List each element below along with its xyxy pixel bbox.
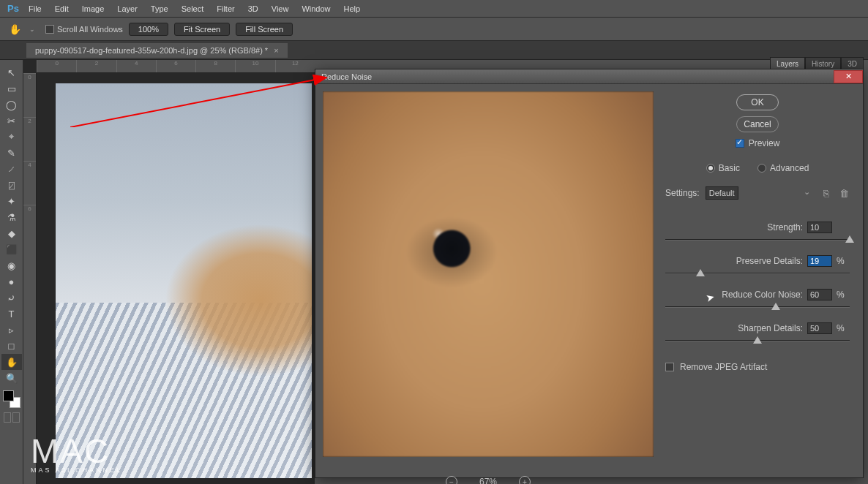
app-logo: Ps [4,3,22,15]
preview-zoom-bar: 67% [323,473,654,484]
marquee-tool[interactable]: ▭ [1,80,22,97]
sharpen-details-slider[interactable] [665,336,850,346]
watermark-small: MAS AJI CHANNEL [31,466,122,474]
crop-tool[interactable]: ⌖ [1,129,22,145]
radio-on-icon [706,164,715,173]
radio-off-icon [757,164,766,173]
cancel-button[interactable]: Cancel [736,116,779,132]
move-tool[interactable]: ↖ [1,64,22,80]
preserve-details-label: Preserve Details: [736,256,803,266]
brush-tool[interactable]: ⍁ [1,177,22,193]
basic-radio[interactable]: Basic [706,163,740,173]
dialog-controls: OK Cancel Preview Basic Advanced Setting… [662,91,856,470]
zoom-level: 67% [479,477,497,484]
zoom-100-button[interactable]: 100% [129,23,168,36]
preview-checkbox[interactable]: Preview [736,138,780,148]
menu-3d[interactable]: 3D [242,2,265,15]
blur-tool[interactable]: ◉ [1,257,22,273]
advanced-radio[interactable]: Advanced [757,163,809,173]
zoom-tool[interactable]: 🔍 [1,370,22,386]
reduce-color-noise-row: Reduce Color Noise: % [665,289,850,312]
color-swatch[interactable] [3,390,20,408]
zoom-in-icon[interactable] [519,476,531,484]
reduce-color-noise-input[interactable] [807,289,832,300]
preview-label: Preview [749,138,780,148]
gradient-tool[interactable]: ⬛ [1,241,22,257]
document-tab-title: puppy-090517-dog-featured-355w-200h-d.jp… [35,46,268,55]
mode-radios: Basic Advanced [665,163,850,173]
eraser-tool[interactable]: ◆ [1,225,22,241]
history-brush-tool[interactable]: ⚗ [1,209,22,225]
remove-jpeg-label: Remove JPEG Artifact [680,362,767,372]
preserve-details-input[interactable] [807,255,832,267]
menu-file[interactable]: File [22,2,48,15]
ok-button[interactable]: OK [736,94,779,110]
menu-window[interactable]: Window [295,2,337,15]
eyedropper-tool[interactable]: ✎ [1,145,22,161]
menu-help[interactable]: Help [337,2,367,15]
path-select-tool[interactable]: ▹ [1,322,22,338]
sharpen-details-label: Sharpen Details: [738,323,803,333]
remove-jpeg-artifact-checkbox[interactable]: Remove JPEG Artifact [665,362,850,372]
watermark: MAC MAS AJI CHANNEL [31,438,122,474]
hand-tool-icon[interactable]: ✋ [7,23,22,36]
document-image[interactable] [56,83,312,478]
zoom-out-icon[interactable] [446,476,457,484]
foreground-color-swatch[interactable] [3,390,14,401]
dodge-tool[interactable]: ● [1,273,22,290]
settings-label: Settings: [665,188,700,198]
preserve-details-unit: % [837,256,847,266]
menu-filter[interactable]: Filter [210,2,241,15]
sharpen-details-row: Sharpen Details: % [665,322,850,346]
reduce-color-noise-unit: % [837,290,847,300]
menu-image[interactable]: Image [75,2,111,15]
stamp-tool[interactable]: ✦ [1,193,22,209]
screen-mode[interactable] [4,412,20,423]
dialog-title: Reduce Noise [321,72,372,81]
checkbox-icon [45,25,54,34]
sharpen-details-input[interactable] [807,322,832,334]
menu-view[interactable]: View [265,2,296,15]
quick-select-tool[interactable]: ✂ [1,113,22,129]
dialog-close-button[interactable]: ✕ [834,70,863,83]
shape-tool[interactable]: □ [1,338,22,354]
menu-select[interactable]: Select [175,2,211,15]
reduce-color-noise-slider[interactable] [665,302,850,312]
strength-slider[interactable] [665,235,850,245]
preserve-details-slider[interactable] [665,268,850,279]
dialog-titlebar[interactable]: Reduce Noise ✕ [315,69,863,84]
image-content [56,83,312,478]
reduce-color-noise-label: Reduce Color Noise: [722,290,803,300]
sharpen-details-unit: % [837,323,847,333]
dialog-preview-image[interactable] [323,91,654,457]
pen-tool[interactable]: ⤾ [1,290,22,306]
strength-input[interactable] [807,222,832,233]
checkbox-icon [665,363,674,371]
watermark-big: MAC [31,438,122,465]
save-preset-icon[interactable]: ⎘ [820,188,832,198]
fit-screen-button[interactable]: Fit Screen [174,23,230,36]
document-tab[interactable]: puppy-090517-dog-featured-355w-200h-d.jp… [26,43,288,58]
checkbox-checked-icon [736,139,744,148]
settings-row: Settings: Default ⎘ 🗑 [665,186,850,200]
strength-label: Strength: [767,222,803,232]
ruler-vertical: 0246 [23,73,37,484]
document-tab-bar: puppy-090517-dog-featured-355w-200h-d.jp… [0,41,868,60]
menu-edit[interactable]: Edit [48,2,75,15]
tool-palette: ↖ ▭ ◯ ✂ ⌖ ✎ ⟋ ⍁ ✦ ⚗ ◆ ⬛ ◉ ● ⤾ T ▹ □ ✋ 🔍 [0,60,23,484]
fill-screen-button[interactable]: Fill Screen [236,23,293,36]
close-tab-icon[interactable]: × [274,46,278,55]
settings-select[interactable]: Default [706,186,738,200]
scroll-all-windows-checkbox[interactable]: Scroll All Windows [45,25,123,34]
menu-type[interactable]: Type [144,2,175,15]
options-bar: ✋ ⌄ Scroll All Windows 100% Fit Screen F… [0,18,868,41]
delete-preset-icon[interactable]: 🗑 [838,188,850,198]
reduce-noise-dialog: Reduce Noise ✕ 67% OK Cancel Preview [315,69,864,478]
menu-layer[interactable]: Layer [111,2,144,15]
hand-tool[interactable]: ✋ [1,354,22,370]
lasso-tool[interactable]: ◯ [1,97,22,113]
healing-tool[interactable]: ⟋ [1,161,22,177]
scroll-all-label: Scroll All Windows [57,25,123,34]
tool-preset-dropdown[interactable]: ⌄ [29,26,35,33]
type-tool[interactable]: T [1,306,22,322]
